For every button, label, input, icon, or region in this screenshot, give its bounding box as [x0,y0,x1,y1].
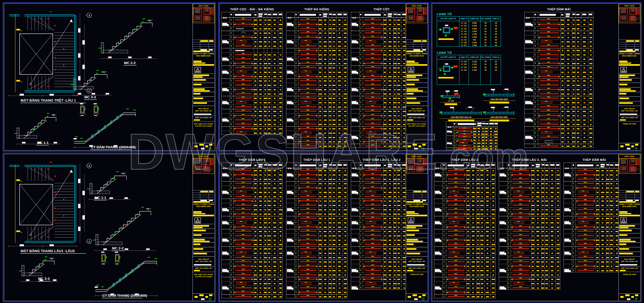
value-redacted [268,270,271,271]
revision-row-line [406,195,428,195]
lanh-to-value: 4.000 [469,28,481,30]
value-redacted [264,288,267,289]
value-redacted [572,76,575,77]
rebar-dim [584,256,587,257]
value-redacted [383,89,386,90]
row-number: 3 [360,208,361,211]
schedule-row: 3 [222,207,283,212]
schedule-row: 3 [434,190,495,194]
rebar-shape-bar [235,292,252,293]
value-redacted [280,20,281,21]
rebar-dim [252,37,253,38]
value-redacted [531,205,534,206]
value-redacted [583,80,586,82]
member-name-block [500,252,504,255]
value-redacted [550,188,554,189]
row-number: 1 [360,97,361,99]
value-redacted [389,218,391,219]
schedule-row: 1 [434,181,495,186]
value-redacted [556,209,560,210]
redacted-entry [193,51,210,52]
rebar-dim [242,173,244,174]
value-redacted [268,33,270,34]
revision-col-line [209,40,209,52]
rebar-dim [464,201,466,201]
sheet-content: THÉP DẦM LẦU 112312341234123123412312341… [220,154,407,301]
value-redacted [324,231,327,232]
value-redacted [403,240,405,241]
lanh-to-value: 05 [491,63,501,65]
value-redacted [583,120,586,121]
schedule-row: 1 [351,199,407,203]
value-redacted [493,201,494,202]
value-redacted [389,174,391,176]
member-name-block [435,208,440,211]
header-label-block [384,165,386,166]
rebar-dim [306,286,309,287]
member-name-block [292,137,293,139]
row-number: 3 [508,178,509,180]
value-redacted [561,67,564,68]
value-redacted [318,54,322,55]
row-number: 2 [295,235,296,237]
value-redacted [557,253,559,254]
value-redacted [338,257,341,258]
value-redacted [481,196,483,197]
drawing-label: MC 2-2 [112,246,124,250]
rebar-schedule-table: 123123412341231234123123412341 [351,12,407,148]
value-redacted [264,102,267,103]
value-redacted [265,279,266,280]
value-redacted [332,235,336,236]
value-redacted [473,137,476,138]
row-number: 2 [454,130,455,132]
row-number: 2 [573,252,574,254]
lanh-to-value: 1.100 [469,61,481,63]
member-name-block [531,59,533,61]
value-redacted [344,244,347,245]
rebar-dim [363,279,365,280]
rebar-dim [242,230,244,230]
rebar-dim [371,127,374,128]
value-redacted [274,85,276,86]
rebar-dim [371,66,374,67]
rebar-dim [242,23,244,23]
rebar-dim [306,32,309,32]
value-redacted [583,50,586,51]
value-redacted [572,141,575,142]
value-redacted [255,201,256,202]
value-redacted [319,279,322,280]
row-number: 3 [231,239,232,241]
member-name-block [435,286,440,289]
header-label-block [458,123,474,125]
value-redacted [329,257,332,258]
value-redacted [319,98,321,99]
value-redacted [260,107,261,108]
value-redacted [477,201,479,202]
value-redacted [344,146,346,147]
value-redacted [398,183,400,184]
value-redacted [324,67,326,68]
value-redacted [537,222,538,223]
value-redacted [279,102,282,103]
rebar-shape-bar [300,93,316,94]
project-block: NHÀ LIÊN KẾBIỆT THỰ SONG LẬP [406,107,428,116]
sheet-panel-stairs-upper: 32MẶT BẰNG THANG LẦU1 -LẦU2MC 1-1MC 2-2M… [3,153,216,302]
row-number: 4 [443,243,444,245]
separator-bar [619,64,640,66]
value-redacted [255,261,256,263]
site-map-box [406,8,428,23]
value-redacted [537,240,539,241]
company-name-line1: CÔNG TY PHÁT TRIỂN [619,53,640,55]
value-redacted [393,28,397,29]
row-number: 2 [231,204,232,206]
value-redacted [319,46,321,47]
row-number: 2 [360,114,361,117]
rebar-shape-bar [577,226,594,227]
redacted-stamp [635,294,638,296]
value-redacted [329,120,331,121]
site-map-box [406,158,428,174]
row-number: 3 [573,178,574,180]
value-redacted [338,231,341,232]
value-redacted [611,231,612,232]
row-number: 3 [295,119,296,121]
